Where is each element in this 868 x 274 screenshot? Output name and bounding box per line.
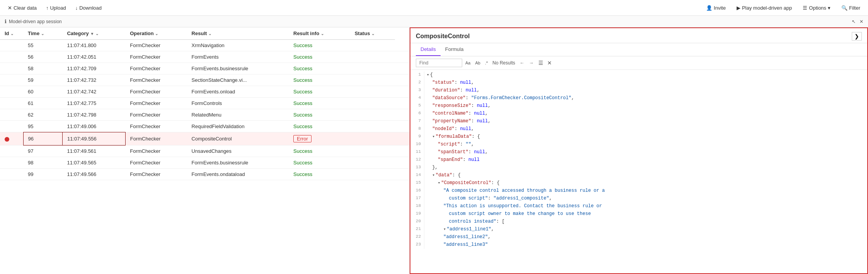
json-line: 14 ▾"data": { [410, 172, 867, 179]
cell-status [395, 51, 409, 63]
line-number: 23 [410, 241, 424, 249]
cell-id: 55 [23, 40, 62, 51]
play-button[interactable]: ▶ Play model-driven app [734, 3, 795, 12]
table-row[interactable]: 5911:07:42.732FormCheckerSectionStateCha… [0, 74, 409, 86]
json-line: 3 "duration": null, [410, 87, 867, 95]
json-line: 8 "nodeId": null, [410, 125, 867, 133]
line-number: 11 [410, 149, 424, 156]
table-row[interactable]: 5611:07:42.051FormCheckerFormEventsSucce… [0, 51, 409, 63]
cell-id: 58 [23, 63, 62, 74]
table-row[interactable]: 9911:07:49.566FormCheckerFormEvents.onda… [0, 169, 409, 180]
table-row[interactable]: 5511:07:41.800FormCheckerXrmNavigationSu… [0, 40, 409, 51]
col-operation[interactable]: Operation ⌄ [125, 27, 187, 40]
cell-category: FormChecker [125, 132, 187, 145]
cell-category: FormChecker [125, 121, 187, 132]
table-row[interactable]: 6011:07:42.742FormCheckerFormEvents.onlo… [0, 86, 409, 98]
sort-icon-status: ⌄ [371, 32, 374, 36]
tab-details[interactable]: Details [416, 43, 441, 56]
json-line: 11 "spanStart": null, [410, 149, 867, 156]
json-line: 10 "script": "", [410, 141, 867, 149]
table-row[interactable]: 9611:07:49.556FormCheckerCompositeContro… [0, 132, 409, 145]
upload-button[interactable]: ↑ Upload [43, 3, 69, 12]
cell-id: 61 [23, 98, 62, 109]
line-number: 8 [410, 125, 424, 133]
col-result-info[interactable]: Result info ⌄ [289, 27, 350, 40]
options-button[interactable]: ☰ Options ▾ [800, 3, 834, 12]
cell-id: 98 [23, 157, 62, 169]
invite-button[interactable]: 👤 Invite [703, 3, 729, 12]
table-pane: Id ⌄ Time ⌄ Category ▼ ⌄ Operation ⌄ Res… [0, 27, 410, 274]
col-result[interactable]: Result ⌄ [187, 27, 289, 40]
col-time[interactable]: Time ⌄ [23, 27, 62, 40]
download-button[interactable]: ↓ Download [72, 3, 105, 12]
cell-time: 11:07:42.798 [62, 109, 125, 121]
sort-icon-category: ⌄ [95, 32, 99, 36]
session-bar: ℹ Model-driven app session ↖ ✕ [0, 16, 868, 27]
cell-status [395, 145, 409, 157]
cell-time: 11:07:42.775 [62, 98, 125, 109]
close-session-icon[interactable]: ✕ [859, 19, 863, 24]
table-row[interactable]: 9811:07:49.565FormCheckerFormEvents.busi… [0, 157, 409, 169]
cell-id: 59 [23, 74, 62, 86]
person-icon: 👤 [706, 5, 712, 11]
json-line: 15 ▾"CompositeControl": { [410, 179, 867, 187]
table-row[interactable]: 6111:07:42.775FormCheckerFormControlsSuc… [0, 98, 409, 109]
find-result: No Results [492, 60, 515, 66]
collapse-icon[interactable]: ▾ [438, 181, 441, 185]
table-row[interactable]: 5811:07:42.709FormCheckerFormEvents.busi… [0, 63, 409, 74]
cell-status [395, 74, 409, 86]
cell-time: 11:07:49.006 [62, 121, 125, 132]
cell-operation: XrmNavigation [187, 40, 289, 51]
whole-word-button[interactable]: Ab [473, 60, 482, 66]
cell-category: FormChecker [125, 86, 187, 98]
toolbar: ✕ Clear data ↑ Upload ↓ Download 👤 Invit… [0, 0, 868, 16]
cell-category: FormChecker [125, 74, 187, 86]
download-icon: ↓ [75, 5, 78, 11]
find-input[interactable] [416, 59, 462, 67]
play-icon: ▶ [737, 5, 740, 11]
find-prev-button[interactable]: ← [518, 59, 526, 66]
table-row[interactable]: 9711:07:49.561FormCheckerUnsavedChangesS… [0, 145, 409, 157]
clear-data-button[interactable]: ✕ Clear data [5, 3, 40, 12]
collapse-icon[interactable]: ▾ [427, 73, 429, 77]
regex-button[interactable]: .* [483, 60, 489, 66]
json-line: 18 "This action is unsupported. Contact … [410, 203, 867, 210]
cell-category: FormChecker [125, 145, 187, 157]
table-row[interactable]: 9511:07:49.006FormCheckerRequiredFieldVa… [0, 121, 409, 132]
detail-pane: CompositeControl ❯ Details Formula Aa Ab… [410, 27, 868, 274]
collapse-icon[interactable]: ▾ [432, 134, 435, 139]
cell-result: Success [289, 157, 350, 169]
cell-result: Success [289, 98, 350, 109]
line-number: 22 [410, 233, 424, 241]
json-line: 6 "controlName": null, [410, 110, 867, 118]
cell-operation: FormEvents.businessrule [187, 63, 289, 74]
cell-status [395, 40, 409, 51]
json-viewer: 1▾{2 "status": null,3 "duration": null,4… [410, 70, 867, 273]
collapse-icon[interactable]: ▾ [432, 173, 435, 178]
line-number: 12 [410, 156, 424, 164]
tab-formula[interactable]: Formula [441, 43, 468, 56]
find-bar: Aa Ab .* No Results ← → ☰ ✕ [410, 56, 867, 70]
cell-id: 97 [23, 145, 62, 157]
col-category[interactable]: Category ▼ ⌄ [62, 27, 125, 40]
cell-category: FormChecker [125, 63, 187, 74]
match-case-button[interactable]: Aa [464, 60, 472, 66]
find-close-button[interactable]: ✕ [547, 60, 552, 66]
cell-time: 11:07:41.800 [62, 40, 125, 51]
json-line: 17 custom script": "address1_composite", [410, 195, 867, 203]
expand-panel-button[interactable]: ❯ [852, 32, 862, 41]
cell-result: Success [289, 121, 350, 132]
line-number: 3 [410, 87, 424, 95]
find-wrap-button[interactable]: ☰ [537, 59, 545, 67]
cell-status [395, 109, 409, 121]
line-number: 15 [410, 179, 424, 187]
filter-button[interactable]: 🔍 Filter [838, 3, 863, 12]
collapse-icon-arr[interactable]: ▾ [443, 227, 446, 232]
table-row[interactable]: 6211:07:42.798FormCheckerRelatedMenuSucc… [0, 109, 409, 121]
line-number: 17 [410, 195, 424, 203]
col-status[interactable]: Status ⌄ [350, 27, 395, 40]
cell-operation: FormControls [187, 98, 289, 109]
col-id[interactable]: Id ⌄ [0, 27, 23, 40]
find-next-button[interactable]: → [528, 59, 535, 66]
cell-status [395, 86, 409, 98]
